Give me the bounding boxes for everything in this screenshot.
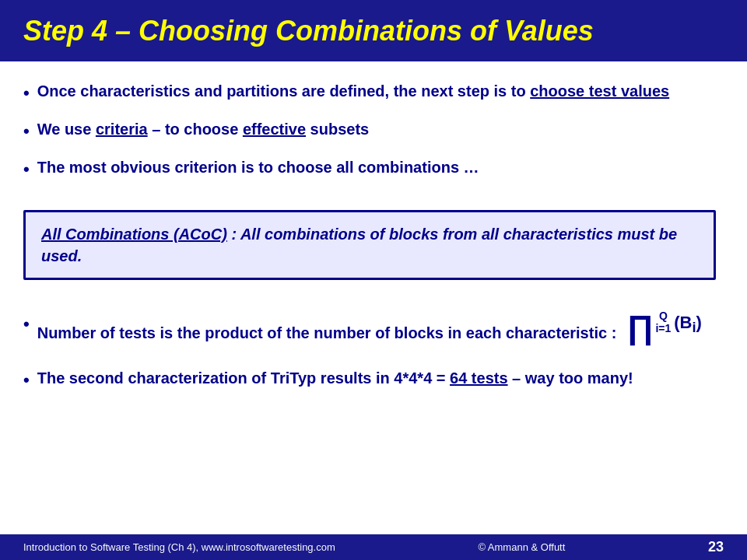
bullet2-underline2: effective xyxy=(243,121,306,138)
slide: Step 4 – Choosing Combinations of Values… xyxy=(0,0,747,560)
bullet5-text1: The second characterization of TriTyp re… xyxy=(37,369,450,387)
prod-top: Q xyxy=(655,310,671,323)
bullet4-text1: Number of tests is the product of the nu… xyxy=(37,324,621,341)
footer-center: © Ammann & Offutt xyxy=(478,541,565,553)
bullet-item-4: • Number of tests is the product of the … xyxy=(23,308,716,347)
bullet-dot-1: • xyxy=(23,82,30,106)
prod-sub: i xyxy=(693,319,696,335)
bullet-dot-2: • xyxy=(23,120,30,144)
bullet-text-4: Number of tests is the product of the nu… xyxy=(37,311,716,344)
bullet2-text-before: We use xyxy=(37,121,96,138)
footer-left: Introduction to Software Testing (Ch 4),… xyxy=(23,541,335,553)
bullet-text-1: Once characteristics and partitions are … xyxy=(37,80,716,102)
bullet-text-5: The second characterization of TriTyp re… xyxy=(37,367,716,389)
bullet-item-3: • The most obvious criterion is to choos… xyxy=(23,153,716,185)
formula: ∏ Q i=1 (Bi) xyxy=(627,311,702,344)
bullet-text-2: We use criteria – to choose effective su… xyxy=(37,118,716,140)
slide-title: Step 4 – Choosing Combinations of Values xyxy=(23,14,724,47)
footer-page: 23 xyxy=(708,539,724,555)
definition-box: All Combinations (ACoC) : All combinatio… xyxy=(23,210,716,280)
bullet-text-3: The most obvious criterion is to choose … xyxy=(37,156,716,178)
definition-title: All Combinations (ACoC) xyxy=(41,226,227,243)
slide-content: • Once characteristics and partitions ar… xyxy=(0,61,747,534)
bullet2-text-after: subsets xyxy=(306,121,369,138)
bullet-dot-4: • xyxy=(23,313,30,337)
bullet2-underline1: criteria xyxy=(96,121,148,138)
definition-text: All Combinations (ACoC) : All combinatio… xyxy=(41,223,698,267)
bullet-dot-5: • xyxy=(23,369,30,393)
bullet-item-1: • Once characteristics and partitions ar… xyxy=(23,77,716,109)
prod-symbol: ∏ xyxy=(627,311,654,344)
bullet-item-5: • The second characterization of TriTyp … xyxy=(23,364,716,396)
footer: Introduction to Software Testing (Ch 4),… xyxy=(0,534,747,560)
title-bar: Step 4 – Choosing Combinations of Values xyxy=(0,0,747,61)
prod-bottom: i=1 xyxy=(655,322,671,335)
bullet5-text2: – way too many! xyxy=(508,369,633,387)
bullet1-underline: choose test values xyxy=(530,82,669,100)
bullet-item-2: • We use criteria – to choose effective … xyxy=(23,115,716,147)
bullet-dot-3: • xyxy=(23,158,30,182)
prod-limits: Q i=1 xyxy=(655,310,671,336)
bullet2-text-middle: – to choose xyxy=(148,121,243,138)
bullet1-text-before: Once characteristics and partitions are … xyxy=(37,82,531,100)
bullet5-underline: 64 tests xyxy=(450,369,508,387)
prod-arg: (Bi) xyxy=(674,311,702,338)
